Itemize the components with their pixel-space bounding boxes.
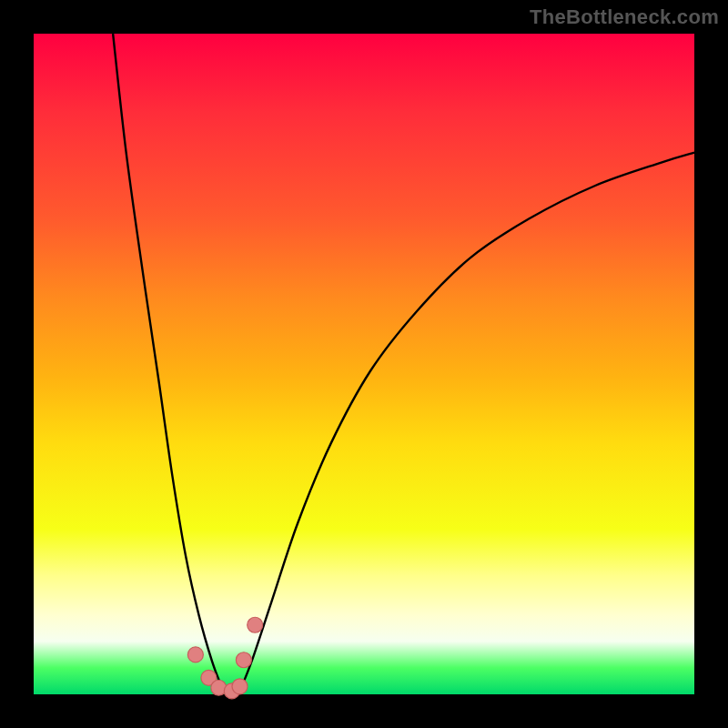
- chart-svg: [34, 34, 694, 694]
- marker-dot: [236, 652, 251, 668]
- bottom-markers: [187, 617, 262, 699]
- curve-right-branch: [238, 153, 694, 694]
- watermark-text: TheBottleneck.com: [530, 5, 719, 29]
- marker-dot: [187, 647, 203, 662]
- curve-left-branch: [113, 34, 222, 688]
- marker-dot: [232, 679, 248, 694]
- outer-frame: TheBottleneck.com: [0, 0, 728, 728]
- marker-dot: [248, 617, 263, 632]
